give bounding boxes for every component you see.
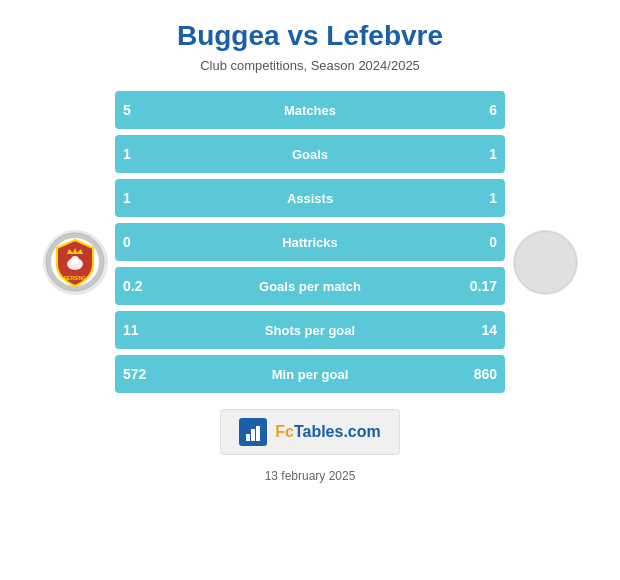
stat-right-value: 1: [457, 146, 497, 162]
stat-row: 11Shots per goal14: [115, 311, 505, 349]
fctables-icon: [239, 418, 267, 446]
main-container: Buggea vs Lefebvre Club competitions, Se…: [0, 0, 620, 580]
right-team-badge: [513, 230, 578, 295]
fctables-logo-box: FcTables.com: [220, 409, 400, 455]
match-subtitle: Club competitions, Season 2024/2025: [200, 58, 420, 73]
stat-right-value: 0: [457, 234, 497, 250]
stat-left-value: 11: [123, 322, 163, 338]
stat-right-value: 14: [457, 322, 497, 338]
fctables-logo-section: FcTables.com: [220, 409, 400, 455]
stat-right-value: 6: [457, 102, 497, 118]
svg-rect-6: [246, 434, 250, 441]
stat-row: 0.2Goals per match0.17: [115, 267, 505, 305]
stats-section: SERSING 5Matches61Goals11Assists10Hattri…: [10, 91, 610, 393]
svg-point-3: [71, 256, 79, 264]
svg-point-5: [514, 231, 576, 293]
svg-rect-7: [251, 429, 255, 441]
stat-left-value: 1: [123, 190, 163, 206]
stat-row: 1Assists1: [115, 179, 505, 217]
stat-row: 5Matches6: [115, 91, 505, 129]
stat-label: Shots per goal: [163, 323, 457, 338]
stats-rows: 5Matches61Goals11Assists10Hattricks00.2G…: [115, 91, 505, 393]
stat-label: Hattricks: [163, 235, 457, 250]
stat-label: Assists: [163, 191, 457, 206]
stat-right-value: 860: [457, 366, 497, 382]
stat-right-value: 0.17: [457, 278, 497, 294]
stat-left-value: 0.2: [123, 278, 163, 294]
stat-left-value: 0: [123, 234, 163, 250]
right-team-logo: [505, 190, 585, 295]
stat-label: Matches: [163, 103, 457, 118]
stat-right-value: 1: [457, 190, 497, 206]
stat-left-value: 1: [123, 146, 163, 162]
stat-row: 1Goals1: [115, 135, 505, 173]
stat-row: 572Min per goal860: [115, 355, 505, 393]
match-title: Buggea vs Lefebvre: [177, 20, 443, 52]
stat-label: Min per goal: [163, 367, 457, 382]
svg-rect-8: [256, 426, 260, 441]
left-team-badge: SERSING: [43, 230, 108, 295]
stat-label: Goals: [163, 147, 457, 162]
stat-label: Goals per match: [163, 279, 457, 294]
match-date: 13 february 2025: [265, 469, 356, 483]
svg-text:SERSING: SERSING: [64, 275, 87, 281]
left-team-logo: SERSING: [35, 190, 115, 295]
stat-left-value: 5: [123, 102, 163, 118]
stat-left-value: 572: [123, 366, 163, 382]
stat-row: 0Hattricks0: [115, 223, 505, 261]
fctables-text: FcTables.com: [275, 423, 381, 441]
